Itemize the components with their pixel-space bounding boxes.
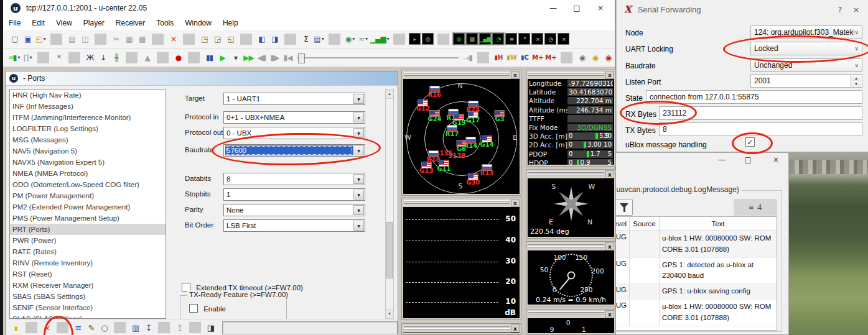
receiver-gear-icon[interactable]: ◉▾: [576, 52, 588, 64]
minimize-icon[interactable]: —: [544, 1, 562, 15]
save-icon[interactable]: ▣▾: [22, 33, 34, 45]
titlebar[interactable]: u tcp://127.0.0.1:2001 - u-center 22.05 …: [3, 0, 615, 16]
close-icon[interactable]: x: [605, 170, 614, 178]
panel-titlebar[interactable]: x: [526, 170, 615, 178]
list-item[interactable]: RXM (Receiver Manager): [10, 280, 166, 291]
jump-start-icon[interactable]: ▮◀▾: [282, 52, 294, 64]
sky-view-icon[interactable]: ◍▾: [453, 33, 465, 45]
firmware-update-icon[interactable]: ◎▾: [422, 33, 434, 45]
folder-gear-icon[interactable]: ◉▾: [589, 52, 601, 64]
pause-icon[interactable]: ▮▮▾: [203, 52, 215, 64]
configure-view-icon[interactable]: ◨▾: [269, 33, 281, 45]
hot-start-icon[interactable]: ▮H▾: [493, 52, 505, 64]
send-icon[interactable]: ◨▾: [205, 321, 217, 334]
panel-titlebar[interactable]: x: [402, 198, 521, 206]
play-options-caret-icon[interactable]: ▾▾: [230, 52, 241, 64]
close-icon[interactable]: ×: [767, 154, 785, 165]
map-view-icon[interactable]: ◉▾: [344, 33, 356, 45]
bit-order-combo[interactable]: LSB First ▼: [223, 219, 365, 232]
column-source[interactable]: Source: [629, 217, 660, 231]
list-item[interactable]: SBAS (SBAS Settings): [10, 291, 166, 302]
maximize-icon[interactable]: □: [567, 1, 586, 15]
autobaud-icon[interactable]: ∏▾: [22, 52, 34, 64]
text-console-icon[interactable]: ◱▾: [225, 33, 236, 45]
eject-icon[interactable]: ▲▾: [141, 52, 153, 64]
combo-caret-icon[interactable]: ▼: [353, 190, 364, 200]
combo-caret-icon[interactable]: ▼: [353, 174, 364, 184]
cut-icon[interactable]: ✂▾: [110, 33, 122, 45]
list-item[interactable]: PWR (Power): [10, 235, 166, 246]
signal-strength-icon[interactable]: ▁▄▆▾: [479, 33, 492, 45]
record-icon[interactable]: ●▾: [172, 52, 184, 64]
clock-view-icon[interactable]: ◷▾: [544, 33, 556, 45]
table-view-icon[interactable]: ▤▾: [313, 33, 325, 45]
close-icon[interactable]: ×: [848, 2, 864, 16]
play-icon[interactable]: ▶▾: [217, 52, 228, 64]
close-icon[interactable]: x: [605, 71, 614, 79]
listen-port-spinbox[interactable]: 2001 ▲ ▼: [750, 74, 862, 88]
list-item[interactable]: NAVX5 (Navigation Expert 5): [10, 157, 166, 168]
list-item[interactable]: PRT (Ports): [10, 224, 166, 235]
chart-view-icon[interactable]: ≈▾: [357, 33, 369, 45]
panel-titlebar[interactable]: x: [526, 70, 615, 78]
menu-item[interactable]: File: [3, 16, 26, 30]
filter-button[interactable]: [615, 199, 633, 216]
parity-combo[interactable]: None ▼: [223, 204, 365, 216]
state-field[interactable]: connection from 127.0.0.1:55875: [646, 90, 862, 104]
panel-titlebar[interactable]: x: [402, 324, 521, 332]
open-file-icon[interactable]: ◰▾: [35, 33, 47, 45]
new-file-icon[interactable]: ▢▾: [9, 33, 21, 45]
cold-start-icon[interactable]: ▮C▾: [519, 52, 531, 64]
message-count-button[interactable]: ≡ 4: [734, 199, 777, 216]
poll-once-icon[interactable]: ✎▾: [85, 321, 97, 334]
deviation-chart-icon[interactable]: ×▾: [531, 33, 543, 45]
camera-view-icon[interactable]: ▸▾: [409, 33, 421, 45]
playback-slider[interactable]: ▾: [297, 52, 459, 64]
scroll-up-icon[interactable]: ▲: [386, 89, 393, 99]
log-row[interactable]: DEBUG u-blox 1 HW: 00080000 SW: ROM CORE…: [597, 231, 777, 258]
histogram-view-icon[interactable]: ▁▄▆▾: [370, 33, 390, 45]
jump-end-icon[interactable]: →▮▾: [462, 52, 474, 64]
extended-tx-checkbox[interactable]: [182, 283, 190, 291]
list-item[interactable]: PM2 (Extended Power Management): [10, 201, 166, 213]
panel-titlebar[interactable]: x: [402, 70, 521, 78]
combo-caret-icon[interactable]: ▼: [353, 94, 364, 104]
marker-out-icon[interactable]: M+▾: [545, 52, 557, 64]
warm-start-icon[interactable]: ▮W▾: [506, 52, 518, 64]
print-preview-icon[interactable]: ◫▾: [79, 33, 91, 45]
combo-caret-icon[interactable]: ▼: [353, 221, 364, 231]
marker-in-icon[interactable]: M+▾: [532, 52, 544, 64]
menu-item[interactable]: Window: [179, 16, 217, 30]
poll-icon[interactable]: ≡▾: [72, 321, 84, 334]
combo-caret-icon[interactable]: ▼: [353, 112, 364, 122]
lock-icon[interactable]: ∎▾: [10, 321, 22, 334]
statistics-view-icon[interactable]: Σ▾: [300, 33, 312, 45]
debug-bug-icon[interactable]: Ж▾: [84, 52, 96, 64]
deviation-map-icon[interactable]: ▩▾: [466, 33, 478, 45]
config-wand-icon[interactable]: *▾: [53, 52, 65, 64]
connect-icon[interactable]: ═▮▾: [9, 52, 21, 64]
close-icon[interactable]: x: [511, 71, 520, 79]
enable-checkbox[interactable]: [189, 304, 198, 313]
list-item[interactable]: INF (Inf Messages): [10, 101, 166, 112]
scroll-down-icon[interactable]: ▼: [386, 309, 393, 318]
list-item[interactable]: SLAS (SLAS settings): [10, 313, 166, 319]
menu-item[interactable]: Help: [217, 16, 244, 30]
binary-console-icon[interactable]: ◳▾: [198, 33, 210, 45]
list-item[interactable]: RINV (Remote Inventory): [10, 257, 166, 268]
ports-titlebar[interactable]: u - Ports: [6, 71, 398, 86]
step-back-icon[interactable]: ◀▮▾: [256, 52, 268, 64]
copy-config-icon[interactable]: ▥▾: [129, 321, 141, 334]
menu-item[interactable]: View: [50, 16, 78, 30]
list-item[interactable]: NMEA (NMEA Protocol): [10, 168, 166, 179]
list-item[interactable]: ODO (Odometer/Low-Speed COG filter): [10, 179, 166, 190]
packet-console-icon[interactable]: ◲▾: [212, 33, 223, 45]
menu-item[interactable]: Receiver: [110, 16, 151, 30]
compass-view-icon[interactable]: *▾: [518, 33, 530, 45]
combo-caret-icon[interactable]: ▼: [353, 205, 364, 215]
column-text[interactable]: Text: [660, 220, 777, 227]
receiver-download-icon[interactable]: ↓▾: [97, 52, 109, 64]
docking-windows-icon[interactable]: ×▾: [558, 33, 569, 45]
log-row[interactable]: DEBUG GPS 1: u-blox saving config: [597, 284, 777, 300]
spin-down-icon[interactable]: ▼: [851, 81, 861, 86]
